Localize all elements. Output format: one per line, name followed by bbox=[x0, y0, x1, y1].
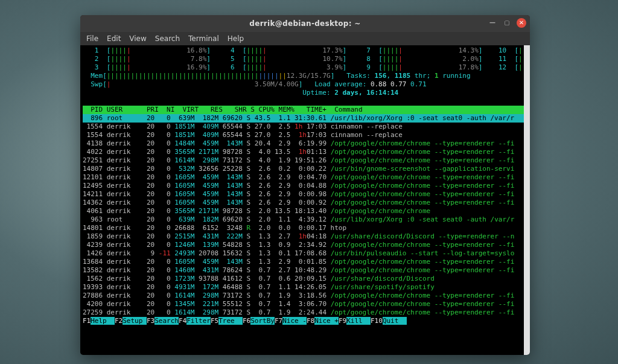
scrollbar[interactable] bbox=[524, 45, 530, 355]
terminal-content[interactable]: 1 [||||| 16.8%] 4 [||||| 17.3%] 7 [|||||… bbox=[80, 45, 530, 355]
maximize-icon[interactable]: ▢ bbox=[502, 18, 512, 28]
menu-file[interactable]: File bbox=[86, 34, 98, 43]
window-titlebar[interactable]: derrik@debian-desktop: ~ — ▢ ✕ bbox=[80, 15, 530, 32]
menu-terminal[interactable]: Terminal bbox=[188, 34, 219, 43]
menu-view[interactable]: View bbox=[129, 34, 146, 43]
terminal-window: derrik@debian-desktop: ~ — ▢ ✕ File Edit… bbox=[80, 15, 530, 355]
minimize-icon[interactable]: — bbox=[488, 18, 497, 28]
close-icon[interactable]: ✕ bbox=[517, 18, 526, 28]
menu-edit[interactable]: Edit bbox=[107, 34, 121, 43]
menubar: File Edit View Search Terminal Help bbox=[80, 32, 530, 45]
menu-help[interactable]: Help bbox=[228, 34, 244, 43]
window-title: derrik@debian-desktop: ~ bbox=[80, 19, 530, 28]
menu-search[interactable]: Search bbox=[155, 34, 180, 43]
